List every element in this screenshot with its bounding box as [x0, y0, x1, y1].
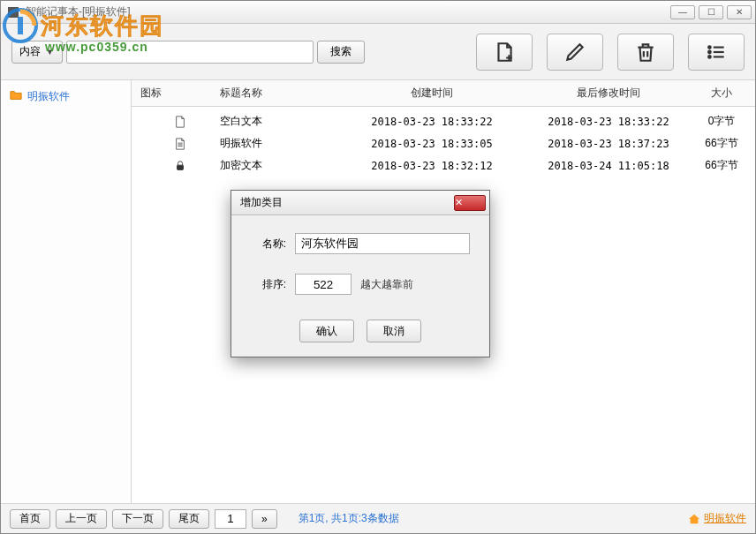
search-input[interactable] [66, 41, 314, 64]
pager-first-button[interactable]: 首页 [10, 509, 50, 529]
maximize-button[interactable]: ☐ [699, 5, 723, 19]
svg-point-7 [708, 56, 711, 58]
svg-point-5 [708, 50, 711, 53]
sidebar-item-label: 明振软件 [27, 89, 70, 104]
file-plus-icon [493, 41, 516, 64]
order-label: 排序: [251, 277, 286, 292]
col-created: 创建时间 [344, 86, 520, 101]
list-icon [705, 41, 728, 64]
svg-rect-2 [8, 7, 19, 18]
sidebar: 明振软件 [1, 80, 132, 503]
dialog-title: 增加类目 [240, 195, 454, 210]
table-row[interactable]: 空白文本 2018-03-23 18:33:22 2018-03-23 18:3… [140, 110, 746, 132]
table-row[interactable]: 加密文本 2018-03-23 18:32:12 2018-03-24 11:0… [140, 154, 746, 177]
home-icon [688, 513, 700, 525]
chevron-down-icon: ▼ [46, 48, 54, 56]
row-size: 66字节 [697, 158, 746, 173]
filter-select[interactable]: 内容 ▼ [11, 41, 63, 64]
col-modified: 最后修改时间 [520, 86, 697, 101]
ok-button[interactable]: 确认 [299, 320, 354, 342]
folder-icon [10, 89, 22, 104]
pager-page-input[interactable] [215, 509, 246, 529]
dialog-close-button[interactable]: ✕ [454, 195, 486, 211]
order-input[interactable] [295, 274, 352, 295]
window-title: 智能记事本-[明振软件] [26, 4, 670, 19]
row-title: 明振软件 [220, 136, 344, 151]
pager-prev-button[interactable]: 上一页 [56, 509, 107, 529]
row-modified: 2018-03-23 18:37:23 [520, 138, 697, 150]
lock-icon [140, 160, 220, 172]
search-button[interactable]: 搜索 [317, 41, 365, 64]
toolbar: 内容 ▼ 搜索 [1, 24, 755, 80]
row-created: 2018-03-23 18:32:12 [344, 160, 520, 172]
row-size: 0字节 [697, 114, 746, 129]
footer-link[interactable]: 明振软件 [688, 511, 746, 526]
footer-link-label: 明振软件 [704, 511, 746, 526]
page-icon [140, 116, 220, 128]
edit-button[interactable] [547, 34, 603, 71]
pager-status: 第1页, 共1页:3条数据 [299, 511, 399, 526]
svg-rect-12 [178, 165, 184, 169]
main-window: 河东软件园 www.pc0359.cn 智能记事本-[明振软件] — ☐ ✕ 内… [0, 0, 756, 534]
pager-last-button[interactable]: 尾页 [169, 509, 209, 529]
statusbar: 首页 上一页 下一页 尾页 » 第1页, 共1页:3条数据 明振软件 [1, 503, 755, 533]
row-title: 空白文本 [220, 114, 344, 129]
cancel-button[interactable]: 取消 [367, 320, 421, 342]
doc-icon [140, 138, 220, 150]
table-header: 图标 标题名称 创建时间 最后修改时间 大小 [132, 80, 755, 107]
close-button[interactable]: ✕ [727, 5, 752, 19]
row-created: 2018-03-23 18:33:05 [344, 138, 520, 150]
trash-icon [634, 41, 657, 64]
pencil-icon [563, 41, 586, 64]
col-size: 大小 [697, 86, 746, 101]
pager-go-button[interactable]: » [252, 509, 277, 529]
col-title: 标题名称 [220, 86, 344, 101]
row-created: 2018-03-23 18:33:22 [344, 116, 520, 128]
list-button[interactable] [688, 34, 745, 71]
col-icon: 图标 [140, 86, 220, 101]
close-icon: ✕ [455, 197, 485, 208]
titlebar: 智能记事本-[明振软件] — ☐ ✕ [1, 1, 755, 24]
delete-button[interactable] [617, 34, 674, 71]
table-row[interactable]: 明振软件 2018-03-23 18:33:05 2018-03-23 18:3… [140, 132, 746, 154]
app-icon [6, 5, 20, 19]
new-button[interactable] [476, 34, 533, 71]
name-input[interactable] [295, 233, 470, 254]
row-modified: 2018-03-24 11:05:18 [520, 160, 697, 172]
order-hint: 越大越靠前 [360, 277, 413, 292]
pager-next-button[interactable]: 下一页 [112, 509, 163, 529]
row-modified: 2018-03-23 18:33:22 [520, 116, 697, 128]
filter-label: 内容 [19, 44, 41, 59]
row-title: 加密文本 [220, 158, 344, 173]
row-size: 66字节 [697, 136, 746, 151]
svg-point-3 [708, 46, 711, 49]
dialog-titlebar[interactable]: 增加类目 ✕ [231, 191, 489, 215]
name-label: 名称: [251, 237, 286, 252]
minimize-button[interactable]: — [670, 5, 695, 19]
sidebar-item-root[interactable]: 明振软件 [6, 87, 125, 106]
add-category-dialog: 增加类目 ✕ 名称: 排序: 越大越靠前 确认 取消 [231, 190, 490, 357]
